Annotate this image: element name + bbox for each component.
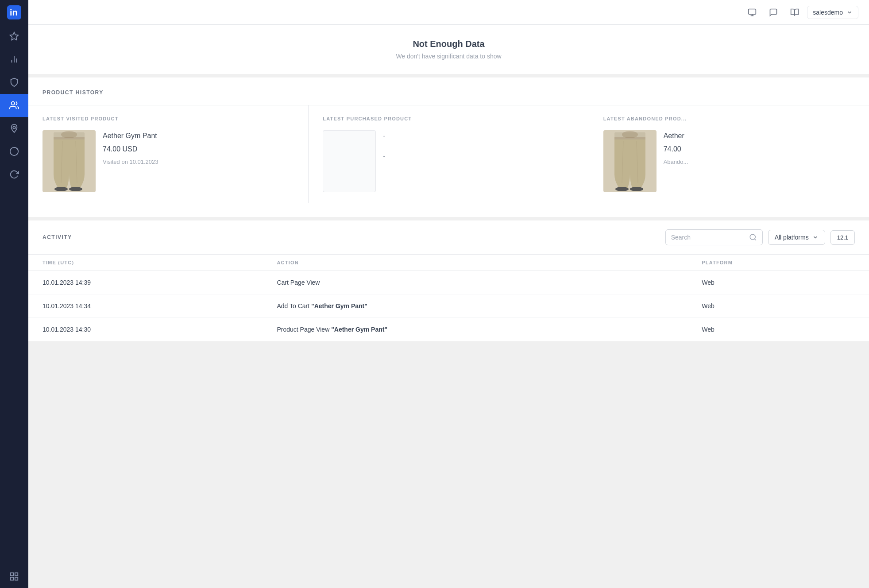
row3-time: 10.01.2023 14:30 [28,318,263,341]
svg-point-31 [630,187,643,191]
product-history-header: PRODUCT HISTORY [28,77,869,105]
svg-point-30 [615,187,629,191]
activity-header: ACTIVITY All platforms [28,220,869,255]
sidebar-item-refresh[interactable] [0,163,28,186]
table-row: 10.01.2023 14:34 Add To Cart "Aether Gym… [28,294,869,318]
pagination-value: 12.1 [837,234,848,241]
latest-purchased-column: LATEST PURCHASED PRODUCT - - [309,105,589,203]
logo-icon: in [7,5,21,19]
svg-point-32 [750,234,755,240]
svg-point-22 [54,187,68,191]
users-icon [9,101,19,110]
latest-purchased-image [323,130,376,192]
platform-filter-dropdown[interactable]: All platforms [768,230,825,245]
sidebar-item-favorites[interactable] [0,25,28,48]
row2-action: Add To Cart "Aether Gym Pant" [263,294,687,318]
monitor-icon [748,8,757,17]
svg-text:in: in [10,8,18,17]
latest-visited-price: 74.00 USD [103,145,158,153]
chevron-down-platform-icon [812,234,819,240]
svg-rect-9 [11,573,13,576]
book-button[interactable] [786,4,803,21]
row1-action: Cart Page View [263,271,687,294]
latest-visited-name: Aether Gym Pant [103,132,158,140]
monitor-button[interactable] [743,4,761,21]
svg-point-19 [61,131,77,138]
latest-abandoned-card: Aether 74.00 Abando... [603,130,855,192]
row3-action-prefix: Product Page View [277,326,331,333]
not-enough-data-title: Not Enough Data [39,39,858,49]
latest-visited-card: Aether Gym Pant 74.00 USD Visited on 10.… [42,130,294,192]
refresh-icon [9,170,19,179]
chat-icon [769,8,778,17]
svg-rect-13 [749,9,756,14]
activity-search-input[interactable] [671,234,745,241]
platform-filter-label: All platforms [775,234,809,241]
activity-table-header-row: TIME (UTC) ACTION PLATFORM [28,255,869,271]
sidebar: in [0,0,28,588]
product-columns: LATEST VISITED PRODUCT [28,105,869,203]
row1-platform: Web [687,271,869,294]
latest-purchased-price: - [383,152,385,160]
svg-point-23 [69,187,82,191]
table-row: 10.01.2023 14:30 Product Page View "Aeth… [28,318,869,341]
row2-platform: Web [687,294,869,318]
latest-visited-info: Aether Gym Pant 74.00 USD Visited on 10.… [103,130,158,165]
chat-button[interactable] [765,4,782,21]
row2-action-prefix: Add To Cart [277,302,311,309]
sidebar-item-shield[interactable] [0,71,28,94]
book-icon [790,8,799,17]
pants-svg-visited [42,130,96,192]
latest-purchased-info: - - [383,130,385,167]
table-row: 10.01.2023 14:39 Cart Page View Web [28,271,869,294]
latest-visited-label: LATEST VISITED PRODUCT [42,116,294,121]
latest-abandoned-info: Aether 74.00 Abando... [664,130,688,165]
latest-abandoned-price: 74.00 [664,145,688,153]
sidebar-item-analytics[interactable] [0,48,28,71]
pagination-button[interactable]: 12.1 [830,230,855,245]
sidebar-logo[interactable]: in [0,0,28,25]
svg-rect-10 [15,573,18,576]
svg-line-33 [754,239,756,240]
row3-action-bold: "Aether Gym Pant" [331,326,387,333]
sidebar-item-grid[interactable] [0,565,28,588]
activity-title: ACTIVITY [42,234,72,240]
location-icon [9,124,19,133]
grid-icon [9,572,19,581]
col-action: ACTION [263,255,687,271]
row1-time: 10.01.2023 14:39 [28,271,263,294]
content-scroll[interactable]: Not Enough Data We don't have significan… [28,25,869,588]
account-dropdown[interactable]: salesdemo [807,6,858,19]
row2-time: 10.01.2023 14:34 [28,294,263,318]
account-label: salesdemo [813,9,843,16]
latest-abandoned-date: Abando... [664,159,688,165]
not-enough-data-section: Not Enough Data We don't have significan… [28,25,869,77]
col-platform: PLATFORM [687,255,869,271]
activity-table-head: TIME (UTC) ACTION PLATFORM [28,255,869,271]
activity-search-box[interactable] [665,229,763,245]
pants-svg-abandoned [603,130,657,192]
activity-table-body: 10.01.2023 14:39 Cart Page View Web 10.0… [28,271,869,341]
sidebar-item-location[interactable] [0,117,28,140]
latest-abandoned-column: LATEST ABANDONED PROD... [589,105,869,203]
row1-action-prefix: Cart Page View [277,279,320,286]
svg-rect-12 [11,577,13,580]
activity-controls: All platforms 12.1 [665,229,855,245]
svg-point-27 [622,131,638,138]
product-history-title: PRODUCT HISTORY [42,89,104,96]
activity-table: TIME (UTC) ACTION PLATFORM 10.01.2023 14… [28,255,869,341]
sidebar-item-circle-chart[interactable] [0,140,28,163]
row2-action-bold: "Aether Gym Pant" [311,302,367,309]
latest-abandoned-label: LATEST ABANDONED PROD... [603,116,855,121]
latest-purchased-name: - [383,132,385,140]
latest-visited-date: Visited on 10.01.2023 [103,159,158,165]
row3-platform: Web [687,318,869,341]
main-wrapper: salesdemo Not Enough Data We don't have … [28,0,869,588]
product-history-section: PRODUCT HISTORY LATEST VISITED PRODUCT [28,77,869,220]
latest-visited-image [42,130,96,192]
svg-point-6 [12,102,15,105]
svg-rect-11 [15,577,18,580]
activity-section: ACTIVITY All platforms [28,220,869,341]
sidebar-item-users[interactable] [0,94,28,117]
chevron-down-icon [846,9,853,15]
